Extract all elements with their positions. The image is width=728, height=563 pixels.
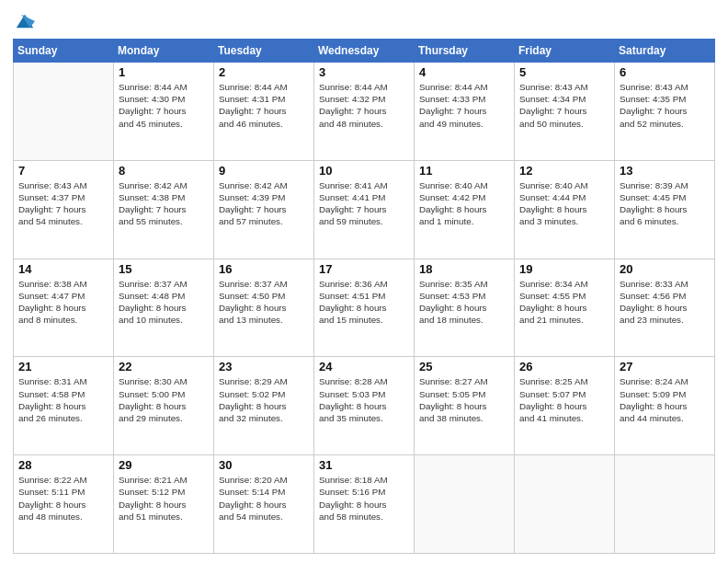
- logo: [13, 13, 35, 31]
- day-info: Sunrise: 8:29 AM Sunset: 5:02 PM Dayligh…: [219, 375, 309, 424]
- day-number: 7: [18, 164, 108, 178]
- calendar-cell: 20Sunrise: 8:33 AM Sunset: 4:56 PM Dayli…: [615, 259, 715, 357]
- day-info: Sunrise: 8:38 AM Sunset: 4:47 PM Dayligh…: [18, 278, 108, 327]
- day-info: Sunrise: 8:36 AM Sunset: 4:51 PM Dayligh…: [319, 278, 409, 327]
- day-info: Sunrise: 8:43 AM Sunset: 4:37 PM Dayligh…: [18, 179, 108, 228]
- day-number: 29: [119, 458, 209, 472]
- day-number: 2: [219, 65, 309, 79]
- calendar-cell: 10Sunrise: 8:41 AM Sunset: 4:41 PM Dayli…: [314, 160, 415, 259]
- day-info: Sunrise: 8:33 AM Sunset: 4:56 PM Dayligh…: [620, 278, 710, 327]
- day-number: 15: [119, 262, 209, 276]
- day-number: 22: [119, 360, 209, 373]
- calendar-cell: 26Sunrise: 8:25 AM Sunset: 5:07 PM Dayli…: [515, 357, 615, 455]
- calendar-cell: 11Sunrise: 8:40 AM Sunset: 4:42 PM Dayli…: [415, 160, 515, 259]
- calendar-cell: [14, 63, 114, 161]
- weekday-header-row: SundayMondayTuesdayWednesdayThursdayFrid…: [14, 40, 715, 63]
- day-info: Sunrise: 8:40 AM Sunset: 4:42 PM Dayligh…: [419, 179, 509, 228]
- calendar-cell: 7Sunrise: 8:43 AM Sunset: 4:37 PM Daylig…: [14, 160, 114, 259]
- day-info: Sunrise: 8:44 AM Sunset: 4:32 PM Dayligh…: [319, 81, 409, 130]
- day-number: 26: [519, 360, 609, 373]
- day-info: Sunrise: 8:43 AM Sunset: 4:34 PM Dayligh…: [519, 81, 609, 130]
- calendar-week-row: 28Sunrise: 8:22 AM Sunset: 5:11 PM Dayli…: [14, 455, 715, 554]
- day-info: Sunrise: 8:22 AM Sunset: 5:11 PM Dayligh…: [18, 474, 108, 523]
- day-number: 3: [319, 65, 409, 79]
- day-number: 23: [219, 360, 309, 373]
- calendar-week-row: 7Sunrise: 8:43 AM Sunset: 4:37 PM Daylig…: [14, 160, 715, 259]
- day-info: Sunrise: 8:37 AM Sunset: 4:48 PM Dayligh…: [119, 278, 209, 327]
- calendar-cell: 5Sunrise: 8:43 AM Sunset: 4:34 PM Daylig…: [515, 63, 615, 161]
- day-number: 16: [219, 262, 309, 276]
- day-info: Sunrise: 8:18 AM Sunset: 5:16 PM Dayligh…: [319, 474, 409, 523]
- calendar-cell: 18Sunrise: 8:35 AM Sunset: 4:53 PM Dayli…: [415, 259, 515, 357]
- day-number: 30: [219, 458, 309, 472]
- weekday-header-wednesday: Wednesday: [314, 40, 415, 63]
- calendar-cell: 14Sunrise: 8:38 AM Sunset: 4:47 PM Dayli…: [14, 259, 114, 357]
- logo-icon: [15, 11, 35, 31]
- day-info: Sunrise: 8:44 AM Sunset: 4:31 PM Dayligh…: [219, 81, 309, 130]
- day-info: Sunrise: 8:44 AM Sunset: 4:30 PM Dayligh…: [119, 81, 209, 130]
- day-number: 5: [519, 65, 609, 79]
- day-number: 27: [620, 360, 710, 373]
- day-info: Sunrise: 8:35 AM Sunset: 4:53 PM Dayligh…: [419, 278, 509, 327]
- day-info: Sunrise: 8:42 AM Sunset: 4:39 PM Dayligh…: [219, 179, 309, 228]
- day-info: Sunrise: 8:34 AM Sunset: 4:55 PM Dayligh…: [519, 278, 609, 327]
- day-info: Sunrise: 8:44 AM Sunset: 4:33 PM Dayligh…: [419, 81, 509, 130]
- day-info: Sunrise: 8:41 AM Sunset: 4:41 PM Dayligh…: [319, 179, 409, 228]
- calendar-cell: 31Sunrise: 8:18 AM Sunset: 5:16 PM Dayli…: [314, 455, 415, 554]
- calendar-cell: 21Sunrise: 8:31 AM Sunset: 4:58 PM Dayli…: [14, 357, 114, 455]
- day-number: 21: [18, 360, 108, 373]
- day-number: 31: [319, 458, 409, 472]
- day-info: Sunrise: 8:20 AM Sunset: 5:14 PM Dayligh…: [219, 474, 309, 523]
- calendar-week-row: 21Sunrise: 8:31 AM Sunset: 4:58 PM Dayli…: [14, 357, 715, 455]
- calendar-cell: 30Sunrise: 8:20 AM Sunset: 5:14 PM Dayli…: [214, 455, 314, 554]
- weekday-header-monday: Monday: [114, 40, 214, 63]
- day-info: Sunrise: 8:39 AM Sunset: 4:45 PM Dayligh…: [620, 179, 710, 228]
- calendar-cell: 15Sunrise: 8:37 AM Sunset: 4:48 PM Dayli…: [114, 259, 214, 357]
- calendar-cell: 2Sunrise: 8:44 AM Sunset: 4:31 PM Daylig…: [214, 63, 314, 161]
- day-info: Sunrise: 8:28 AM Sunset: 5:03 PM Dayligh…: [319, 375, 409, 424]
- calendar-cell: 8Sunrise: 8:42 AM Sunset: 4:38 PM Daylig…: [114, 160, 214, 259]
- calendar-cell: 3Sunrise: 8:44 AM Sunset: 4:32 PM Daylig…: [314, 63, 415, 161]
- calendar-cell: [415, 455, 515, 554]
- day-number: 18: [419, 262, 509, 276]
- weekday-header-thursday: Thursday: [415, 40, 515, 63]
- calendar-cell: 4Sunrise: 8:44 AM Sunset: 4:33 PM Daylig…: [415, 63, 515, 161]
- day-number: 1: [119, 65, 209, 79]
- day-number: 24: [319, 360, 409, 373]
- day-number: 20: [620, 262, 710, 276]
- calendar-cell: 17Sunrise: 8:36 AM Sunset: 4:51 PM Dayli…: [314, 259, 415, 357]
- day-number: 6: [620, 65, 710, 79]
- weekday-header-tuesday: Tuesday: [214, 40, 314, 63]
- day-info: Sunrise: 8:40 AM Sunset: 4:44 PM Dayligh…: [519, 179, 609, 228]
- header: [13, 9, 715, 31]
- calendar-cell: 22Sunrise: 8:30 AM Sunset: 5:00 PM Dayli…: [114, 357, 214, 455]
- calendar-cell: 27Sunrise: 8:24 AM Sunset: 5:09 PM Dayli…: [615, 357, 715, 455]
- calendar-cell: [615, 455, 715, 554]
- day-number: 13: [620, 164, 710, 178]
- calendar-cell: 23Sunrise: 8:29 AM Sunset: 5:02 PM Dayli…: [214, 357, 314, 455]
- day-number: 4: [419, 65, 509, 79]
- calendar-cell: 24Sunrise: 8:28 AM Sunset: 5:03 PM Dayli…: [314, 357, 415, 455]
- day-number: 25: [419, 360, 509, 373]
- calendar-cell: 6Sunrise: 8:43 AM Sunset: 4:35 PM Daylig…: [615, 63, 715, 161]
- day-number: 17: [319, 262, 409, 276]
- calendar-week-row: 1Sunrise: 8:44 AM Sunset: 4:30 PM Daylig…: [14, 63, 715, 161]
- calendar-cell: 25Sunrise: 8:27 AM Sunset: 5:05 PM Dayli…: [415, 357, 515, 455]
- calendar-cell: 16Sunrise: 8:37 AM Sunset: 4:50 PM Dayli…: [214, 259, 314, 357]
- calendar-cell: [515, 455, 615, 554]
- day-number: 9: [219, 164, 309, 178]
- calendar-cell: 12Sunrise: 8:40 AM Sunset: 4:44 PM Dayli…: [515, 160, 615, 259]
- day-number: 8: [119, 164, 209, 178]
- day-number: 11: [419, 164, 509, 178]
- calendar-cell: 29Sunrise: 8:21 AM Sunset: 5:12 PM Dayli…: [114, 455, 214, 554]
- day-number: 12: [519, 164, 609, 178]
- day-info: Sunrise: 8:30 AM Sunset: 5:00 PM Dayligh…: [119, 375, 209, 424]
- day-info: Sunrise: 8:42 AM Sunset: 4:38 PM Dayligh…: [119, 179, 209, 228]
- weekday-header-saturday: Saturday: [615, 40, 715, 63]
- calendar-cell: 19Sunrise: 8:34 AM Sunset: 4:55 PM Dayli…: [515, 259, 615, 357]
- calendar-cell: 1Sunrise: 8:44 AM Sunset: 4:30 PM Daylig…: [114, 63, 214, 161]
- calendar-week-row: 14Sunrise: 8:38 AM Sunset: 4:47 PM Dayli…: [14, 259, 715, 357]
- calendar-cell: 9Sunrise: 8:42 AM Sunset: 4:39 PM Daylig…: [214, 160, 314, 259]
- day-info: Sunrise: 8:24 AM Sunset: 5:09 PM Dayligh…: [620, 375, 710, 424]
- calendar-cell: 13Sunrise: 8:39 AM Sunset: 4:45 PM Dayli…: [615, 160, 715, 259]
